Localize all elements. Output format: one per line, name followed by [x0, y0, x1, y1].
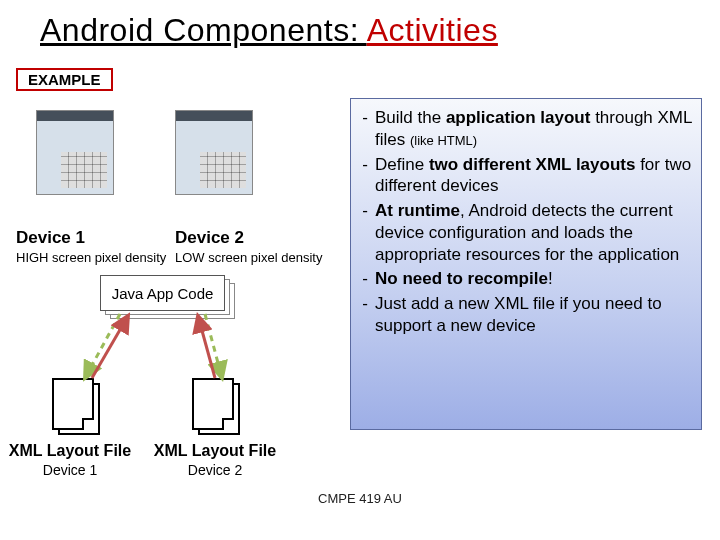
title-main: Android Components: [40, 12, 367, 48]
svg-line-1 [205, 314, 222, 378]
footer-text: CMPE 419 AU [0, 491, 720, 506]
xml2-label: XML Layout File [135, 442, 295, 460]
java-code-label: Java App Code [100, 275, 225, 311]
slide-title: Android Components: Activities [0, 0, 720, 53]
bullet-4: - No need to recompile! [355, 268, 693, 290]
bullet-3: - At runtime, Android detects the curren… [355, 200, 693, 265]
svg-line-2 [92, 316, 128, 378]
bullet-2: - Define two different XML layouts for t… [355, 154, 693, 198]
bullet-5: - Just add a new XML file if you need to… [355, 293, 693, 337]
device1-screenshot [36, 110, 114, 195]
bullet-1: - Build the application layout through X… [355, 107, 693, 151]
svg-line-0 [85, 314, 120, 378]
xml1-label: XML Layout File [0, 442, 150, 460]
example-badge: EXAMPLE [16, 68, 113, 91]
xml2-sub: Device 2 [135, 462, 295, 478]
device2-screenshot [175, 110, 253, 195]
device2-sub: LOW screen pixel density [175, 250, 322, 265]
title-accent: Activities [367, 12, 498, 48]
xml1-sub: Device 1 [0, 462, 150, 478]
svg-line-3 [198, 316, 215, 378]
device1-label: Device 1 [16, 228, 85, 248]
device2-label: Device 2 [175, 228, 244, 248]
java-code-box: Java App Code [100, 275, 225, 311]
bullet-panel: - Build the application layout through X… [350, 98, 702, 430]
device1-sub: HIGH screen pixel density [16, 250, 166, 265]
